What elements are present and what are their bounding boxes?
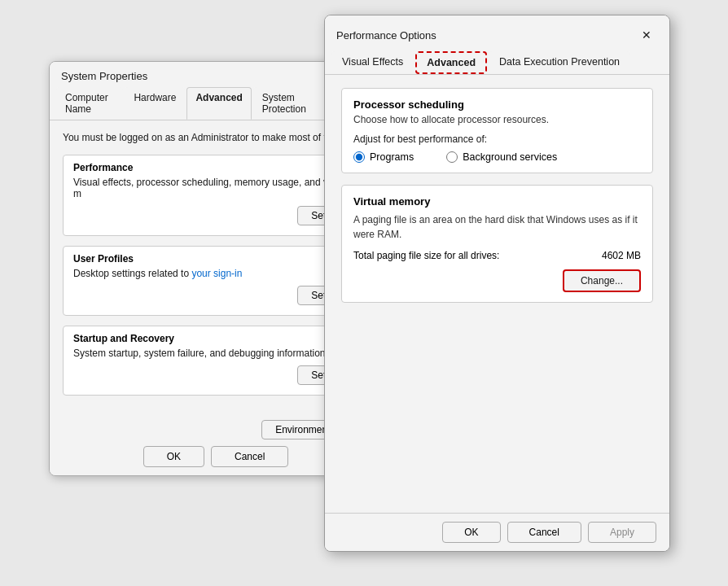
startup-recovery-desc: System startup, system failure, and debu… — [73, 348, 358, 359]
tab-visual-effects[interactable]: Visual Effects — [331, 51, 414, 74]
paging-file-label: Total paging file size for all drives: — [353, 250, 499, 261]
background-services-label: Background services — [463, 151, 557, 163]
programs-radio-item[interactable]: Programs — [353, 151, 414, 163]
performance-desc: Visual effects, processor scheduling, me… — [73, 177, 358, 199]
tab-hardware[interactable]: Hardware — [125, 87, 185, 120]
programs-label: Programs — [370, 151, 414, 163]
performance-radio-group: Programs Background services — [353, 151, 641, 163]
performance-options-titlebar: Performance Options ✕ — [325, 15, 669, 46]
performance-section: Performance Visual effects, processor sc… — [63, 155, 369, 236]
programs-radio[interactable] — [353, 151, 365, 163]
performance-title: Performance — [73, 162, 358, 173]
tab-computer-name[interactable]: Computer Name — [56, 87, 123, 120]
background-services-radio-item[interactable]: Background services — [446, 151, 557, 163]
system-properties-ok-button[interactable]: OK — [143, 446, 204, 467]
user-profiles-section: User Profiles Desktop settings related t… — [63, 246, 369, 316]
performance-apply-button[interactable]: Apply — [588, 522, 656, 543]
tab-advanced[interactable]: Advanced — [186, 87, 251, 120]
performance-options-window: Performance Options ✕ Visual Effects Adv… — [324, 15, 670, 552]
virtual-memory-desc: A paging file is an area on the hard dis… — [353, 212, 641, 242]
paging-file-row: Total paging file size for all drives: 4… — [353, 250, 641, 261]
processor-scheduling-section: Processor scheduling Choose how to alloc… — [341, 88, 653, 173]
virtual-memory-title: Virtual memory — [353, 195, 641, 208]
admin-warning: You must be logged on as an Administrato… — [63, 132, 369, 143]
virtual-memory-section: Virtual memory A paging file is an area … — [341, 185, 653, 303]
sign-in-link[interactable]: your sign-in — [191, 268, 242, 279]
performance-cancel-button[interactable]: Cancel — [507, 522, 581, 543]
performance-options-title: Performance Options — [336, 29, 436, 42]
performance-ok-button[interactable]: OK — [442, 522, 500, 543]
startup-recovery-title: Startup and Recovery — [73, 333, 358, 344]
system-properties-cancel-button[interactable]: Cancel — [211, 446, 288, 467]
processor-scheduling-desc: Choose how to allocate processor resourc… — [353, 114, 641, 125]
best-performance-label: Adjust for best performance of: — [353, 133, 641, 145]
performance-options-tabs: Visual Effects Advanced Data Execution P… — [325, 51, 669, 75]
user-profiles-title: User Profiles — [73, 253, 358, 265]
system-properties-title: System Properties — [61, 70, 147, 82]
background-services-radio[interactable] — [446, 151, 458, 163]
performance-options-body: Processor scheduling Choose how to alloc… — [325, 75, 669, 316]
performance-options-footer: OK Cancel Apply — [325, 513, 669, 551]
tab-advanced-perf[interactable]: Advanced — [415, 51, 487, 74]
startup-recovery-section: Startup and Recovery System startup, sys… — [63, 326, 369, 396]
user-profiles-desc: Desktop settings related to your sign-in — [73, 268, 358, 279]
paging-file-value: 4602 MB — [602, 250, 641, 261]
change-paging-button[interactable]: Change... — [563, 269, 641, 292]
processor-scheduling-title: Processor scheduling — [353, 98, 641, 111]
tab-data-execution-prevention[interactable]: Data Execution Prevention — [489, 51, 630, 74]
tab-system-protection[interactable]: System Protection — [253, 87, 326, 120]
close-button[interactable]: ✕ — [635, 24, 658, 46]
